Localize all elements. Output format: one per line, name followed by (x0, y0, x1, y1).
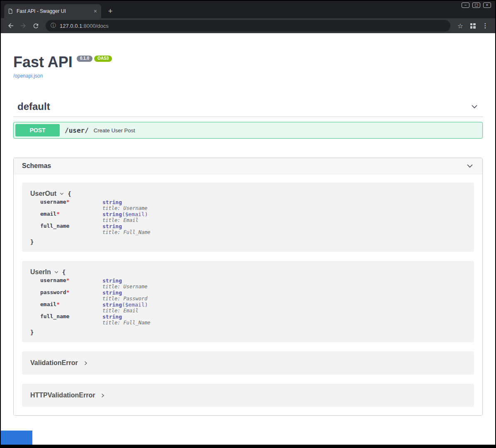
property-title: title: Username (102, 205, 466, 211)
window-frame-top: – ▢ × Fast API - Swagger UI × + (1, 1, 495, 18)
property-type: string (102, 199, 122, 205)
grid-tiles-icon (470, 23, 476, 29)
browser-toolbar: ⓘ 127.0.0.1:8000/docs ☆ ⋮ (1, 18, 495, 33)
property-name: full_name (40, 223, 102, 235)
chevron-down-icon[interactable] (466, 162, 474, 170)
browser-menu-icon[interactable]: ⋮ (479, 20, 491, 32)
property-name: full_name (40, 314, 102, 326)
model-toggle-userin[interactable]: UserIn (30, 268, 59, 276)
required-star: * (66, 277, 70, 283)
property-title: title: Username (102, 284, 466, 290)
bookmark-star-icon[interactable]: ☆ (455, 20, 466, 32)
open-brace: { (68, 190, 71, 197)
property-title: title: Full_Name (102, 229, 466, 235)
property-type: string (102, 314, 122, 320)
open-brace: { (62, 269, 66, 275)
property-type: string (102, 278, 122, 284)
required-star: * (56, 301, 60, 307)
back-button[interactable] (5, 20, 17, 32)
property-title: title: Full_Name (102, 320, 466, 326)
forward-button[interactable] (17, 20, 29, 32)
tab-title: Fast API - Swagger UI (17, 8, 93, 14)
forward-arrow-icon (19, 22, 27, 29)
schemas-body: UserOut { username* string titl (14, 174, 482, 415)
model-name: HTTPValidationError (30, 392, 95, 399)
property-type: string (102, 223, 122, 229)
address-bar[interactable]: ⓘ 127.0.0.1:8000/docs (46, 20, 450, 32)
model-properties: username* string title: Username email* … (40, 199, 466, 235)
required-star: * (66, 199, 70, 205)
operation-path: /user/ (65, 127, 89, 134)
url-path: :8000/docs (82, 23, 109, 29)
maximize-button[interactable]: ▢ (472, 2, 480, 8)
minimize-button[interactable]: – (462, 2, 469, 8)
close-window-button[interactable]: × (483, 2, 491, 8)
http-method-badge: POST (15, 124, 60, 136)
model-name: ValidationError (30, 359, 78, 367)
schema-model-httpvalidationerror[interactable]: HTTPValidationError (22, 384, 474, 407)
model-name: UserOut (30, 190, 56, 197)
property-type: string (102, 211, 122, 217)
chevron-right-icon[interactable] (100, 393, 105, 398)
back-arrow-icon (7, 22, 15, 29)
window-controls: – ▢ × (462, 2, 491, 8)
operation-summary: Create User Post (94, 127, 135, 134)
required-star: * (66, 289, 70, 295)
model-properties: username* string title: Username passwor… (40, 278, 466, 326)
schema-model-userout: UserOut { username* string titl (22, 183, 474, 252)
page-title: Fast API (13, 55, 73, 70)
property-type: string (102, 290, 122, 296)
schema-model-userin: UserIn { username* string title (22, 261, 474, 342)
openapi-spec-link[interactable]: /openapi.json (13, 73, 43, 79)
required-star: * (56, 211, 60, 217)
close-brace: } (30, 329, 466, 336)
page-content: Fast API 0.1.0 OAS3 /openapi.json defaul… (1, 33, 495, 445)
model-name: UserIn (30, 268, 51, 276)
browser-window: – ▢ × Fast API - Swagger UI × + (1, 1, 495, 447)
reload-button[interactable] (30, 20, 41, 32)
property-title: title: Password (102, 296, 466, 302)
property-title: title: Email (102, 308, 466, 314)
site-info-icon[interactable]: ⓘ (51, 22, 56, 29)
schemas-title: Schemas (22, 162, 51, 170)
property-name: username* (40, 278, 102, 290)
model-toggle-userout[interactable]: UserOut (30, 190, 64, 197)
new-tab-button[interactable]: + (105, 5, 116, 17)
tag-title: default (17, 101, 50, 112)
oas3-badge: OAS3 (94, 56, 112, 62)
property-format: ($email) (122, 302, 148, 308)
chevron-down-icon[interactable] (470, 102, 479, 111)
property-name: username* (40, 199, 102, 211)
property-type: string (102, 302, 122, 308)
property-name: email* (40, 302, 102, 314)
reload-icon (32, 22, 39, 29)
chevron-down-icon (54, 270, 59, 275)
url-host: 127.0.0.1 (60, 23, 82, 29)
property-title: title: Email (102, 217, 466, 223)
chevron-down-icon (59, 191, 64, 196)
status-blue-box (1, 431, 32, 445)
close-brace: } (30, 239, 466, 245)
tab-close-icon[interactable]: × (93, 8, 98, 14)
browser-tab[interactable]: Fast API - Swagger UI × (4, 4, 101, 18)
tag-header-default[interactable]: default (13, 97, 483, 117)
api-info: Fast API 0.1.0 OAS3 /openapi.json (13, 55, 483, 79)
property-format: ($email) (122, 211, 148, 217)
operation-post-user[interactable]: POST /user/ Create User Post (13, 122, 483, 139)
tag-section-default: default POST /user/ Create User Post (13, 97, 483, 139)
extensions-grid-icon[interactable] (467, 20, 479, 32)
schemas-section: Schemas UserOut (13, 158, 483, 416)
property-name: password* (40, 290, 102, 302)
version-badge: 0.1.0 (77, 56, 92, 62)
schema-model-validationerror[interactable]: ValidationError (22, 351, 474, 375)
chevron-right-icon[interactable] (83, 360, 88, 366)
tab-strip: Fast API - Swagger UI × + (4, 4, 116, 18)
page-favicon-icon (7, 8, 13, 14)
schemas-header[interactable]: Schemas (14, 158, 482, 174)
window-bottom-border (1, 445, 495, 447)
property-name: email* (40, 211, 102, 223)
